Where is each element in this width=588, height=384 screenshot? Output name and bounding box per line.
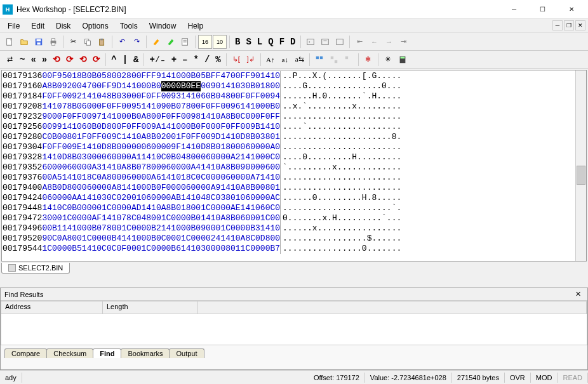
tab-find[interactable]: Find [93,348,121,358]
copy-icon[interactable] [81,35,95,49]
type-s-button[interactable]: S [243,37,253,47]
save-icon[interactable] [32,35,46,49]
op-shift-left[interactable]: « [28,55,38,65]
struct-viewer-icon[interactable] [312,53,326,67]
menu-edit[interactable]: Edit [26,20,50,32]
find-results-close[interactable]: ✕ [573,290,584,298]
hex-row[interactable]: 00179424 0600 00AA 1410 30C0 2001 0600 0… [3,193,575,203]
hex-row[interactable]: 00179184 F0FF 0092 1410 48B0 3000 F0FF 0… [3,91,575,102]
base16-icon[interactable]: 16 [198,35,212,49]
nav-first-icon[interactable]: ⇤ [352,35,366,49]
column-header-address[interactable]: Address [1,301,103,314]
menu-options[interactable]: Options [77,20,113,32]
hex-row[interactable]: 00179352 6000 0600 00A3 1410 A8B0 7800 0… [3,162,575,173]
redo-icon[interactable]: ↷ [130,35,144,49]
nav-prev-icon[interactable]: ← [367,35,381,49]
swap-icon[interactable]: ⇄ [3,53,17,67]
find-results-grid[interactable]: Address Length [1,301,587,345]
close-button[interactable]: ✕ [557,1,585,18]
tab-compare[interactable]: Compare [4,348,47,358]
nav-next-icon[interactable]: → [382,35,396,49]
document-tab-select2[interactable]: SELECT2.BIN [1,263,70,274]
menu-window[interactable]: Window [144,20,182,32]
op-plusminus[interactable]: +⁄₋ [147,54,168,65]
hex-row[interactable]: 00179136 00F9 5018 B0B0 5800 2800 FFF9 1… [3,71,575,81]
op-or[interactable]: | [120,55,130,65]
undo-icon[interactable]: ↶ [115,35,129,49]
op-plus[interactable]: + [169,55,179,65]
toggle3-icon[interactable] [333,35,347,49]
base10-icon[interactable]: 10 [213,35,227,49]
op-ror2[interactable]: ⟳ [90,54,103,65]
op-div[interactable]: / [202,55,212,65]
op-mul[interactable]: * [190,55,201,65]
hex-row[interactable]: 00179496 00B1 1410 00B0 7800 1C00 00B2 1… [3,223,575,234]
hex-editor[interactable]: 00179136 00F9 5018 B0B0 5800 2800 FFF9 1… [1,70,587,262]
op-shift-right[interactable]: » [39,55,50,65]
column-header-blank[interactable] [198,301,587,314]
tab-output[interactable]: Output [169,348,204,358]
replace-icon[interactable]: a⇆ [293,53,307,67]
highlight-green-icon[interactable] [164,35,178,49]
op-ror[interactable]: ⟳ [63,54,76,65]
menu-disk[interactable]: Disk [51,20,76,32]
checksum-icon[interactable]: ☀ [381,53,395,67]
block-start-icon[interactable]: ↳[ [229,53,243,67]
cut-icon[interactable]: ✂ [66,35,80,49]
op-xor[interactable]: ^ [109,55,119,65]
svg-rect-3 [37,42,40,44]
type-d-button[interactable]: D [288,37,298,47]
struct-lib-icon[interactable] [327,53,341,67]
toggle1-icon[interactable] [304,35,317,49]
hex-row[interactable]: 00179280 C0B0 0801 F0FF 009C 1410 A8B0 2… [3,132,575,142]
block-end-icon[interactable]: ]↲ [244,53,258,67]
struct-add-icon[interactable] [342,53,356,67]
properties-icon[interactable] [178,35,192,49]
paste-icon[interactable] [95,35,109,49]
menu-help[interactable]: Help [182,20,208,32]
hex-row[interactable]: 00179208 1410 78B0 6000 F0FF 0095 1410 9… [3,102,575,112]
op-and[interactable]: & [131,55,141,65]
mdi-close[interactable]: ✕ [575,20,585,30]
type-f-button[interactable]: F [277,37,287,47]
column-header-length[interactable]: Length [103,301,198,314]
highlight-orange-icon[interactable] [149,35,163,49]
menu-file[interactable]: File [3,20,25,32]
find-up-icon[interactable]: A↑ [264,53,277,67]
mdi-restore[interactable]: ❐ [564,20,574,30]
hex-row[interactable]: 00179544 1C00 00B5 1410 C0C0 F000 1C00 0… [3,244,575,254]
find-down-icon[interactable]: a↓ [278,53,292,67]
mdi-minimize[interactable]: ─ [552,20,563,30]
settings-icon[interactable]: ✻ [361,53,375,67]
nav-last-icon[interactable]: ⇥ [396,35,410,49]
hex-row[interactable]: 00179328 1410 D8B0 3000 0600 00A1 1410 C… [3,152,575,162]
op-minus[interactable]: – [180,55,190,65]
op-rol[interactable]: ⟲ [50,54,63,65]
type-q-button[interactable]: Q [265,37,276,47]
minimize-button[interactable]: ─ [500,1,528,18]
type-l-button[interactable]: L [255,37,265,47]
tab-bookmarks[interactable]: Bookmarks [121,348,170,358]
toggle2-icon[interactable] [318,35,332,49]
open-file-icon[interactable] [17,35,31,49]
maximize-button[interactable]: ☐ [528,1,557,18]
hex-row[interactable]: 00179520 90C0 A800 1C00 00B4 1410 00B0 C… [3,234,575,244]
op-mod[interactable]: % [213,55,223,65]
hex-row[interactable]: 00179400 A8B0 D800 0600 00A8 1410 00B0 F… [3,183,575,193]
hex-row[interactable]: 00179160 A8B0 9200 4700 FF9D 1410 00B0 0… [3,81,575,91]
new-file-icon[interactable] [3,35,17,49]
menu-tools[interactable]: Tools [115,20,143,32]
vertical-scrollbar[interactable] [575,70,586,261]
op-rol2[interactable]: ⟲ [77,54,90,65]
op-tilde[interactable]: ~ [17,55,27,65]
hex-row[interactable]: 00179256 0099 1410 60B0 D800 F0FF 009A 1… [3,122,575,132]
print-icon[interactable] [46,35,60,49]
hex-row[interactable]: 00179448 1410 C0B0 0000 1C00 00AD 1410 A… [3,203,575,213]
tab-checksum[interactable]: Checksum [46,348,93,358]
hex-row[interactable]: 00179376 00A5 1410 18C0 A800 0600 00A6 1… [3,173,575,183]
hex-row[interactable]: 00179472 3000 1C00 00AF 1410 78C0 4800 1… [3,213,575,223]
calculator-icon[interactable] [396,53,410,67]
hex-row[interactable]: 00179304 F0FF 009E 1410 D8B0 0000 0600 0… [3,142,575,152]
hex-row[interactable]: 00179232 9000 F0FF 0097 1410 00B0 A800 F… [3,112,575,122]
type-b-button[interactable]: B [232,37,243,47]
